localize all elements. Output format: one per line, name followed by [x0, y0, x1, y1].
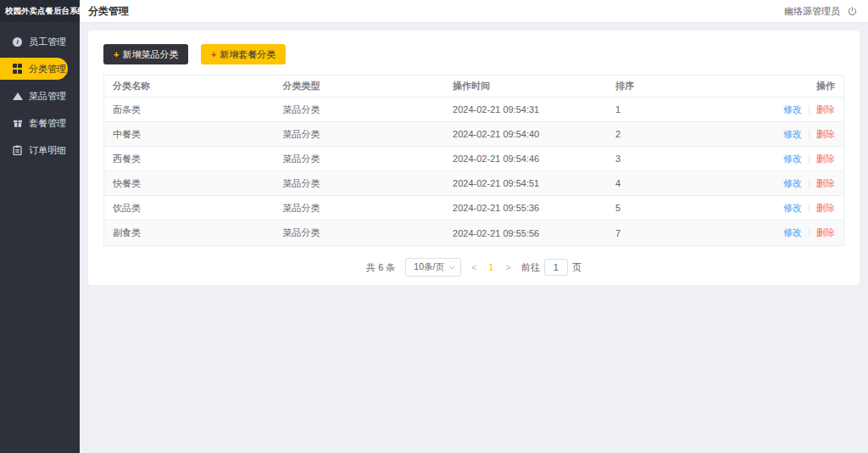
sidebar-item-employees[interactable]: i 员工管理: [0, 31, 80, 53]
sidebar-item-orders[interactable]: 订单明细: [0, 139, 80, 161]
cell-time: 2024-02-21 09:54:51: [444, 178, 607, 188]
app-title: 校园外卖点餐后台系统: [0, 0, 80, 22]
action-divider: [809, 105, 810, 114]
sidebar-item-categories[interactable]: 分类管理: [0, 58, 68, 80]
cell-sort: 4: [607, 178, 732, 188]
chevron-down-icon: [449, 263, 455, 269]
pagination: 共 6 条 10条/页 < 1 > 前往 页: [103, 258, 844, 277]
goto-page-input[interactable]: [544, 259, 568, 276]
edit-link[interactable]: 修改: [783, 128, 802, 141]
cell-time: 2024-02-21 09:54:46: [444, 154, 607, 164]
sidebar: 校园外卖点餐后台系统 i 员工管理 分类管理 菜品管理 套餐管理: [0, 0, 80, 453]
delete-link[interactable]: 删除: [816, 103, 835, 116]
category-card: + 新增菜品分类 + 新增套餐分类 分类名称 分类类型 操作时间 排序 操作: [88, 31, 860, 285]
cell-time: 2024-02-21 09:55:56: [444, 228, 607, 238]
cell-name: 快餐类: [104, 177, 275, 190]
edit-link[interactable]: 修改: [783, 226, 802, 239]
cell-sort: 2: [607, 129, 732, 139]
cell-sort: 3: [607, 154, 732, 164]
toolbar: + 新增菜品分类 + 新增套餐分类: [103, 44, 844, 64]
sidebar-item-combos[interactable]: 套餐管理: [0, 112, 80, 134]
cell-name: 面条类: [104, 103, 275, 116]
cell-type: 菜品分类: [275, 226, 445, 239]
category-grid-icon: [12, 64, 23, 74]
logout-power-icon[interactable]: [847, 6, 858, 17]
order-clipboard-icon: [12, 145, 23, 155]
delete-link[interactable]: 删除: [816, 128, 835, 141]
prev-page-button[interactable]: <: [471, 262, 476, 272]
content-area: + 新增菜品分类 + 新增套餐分类 分类名称 分类类型 操作时间 排序 操作: [80, 22, 868, 453]
pager: < 1 >: [471, 262, 511, 272]
cell-time: 2024-02-21 09:54:40: [444, 129, 607, 139]
edit-link[interactable]: 修改: [783, 103, 802, 116]
page-size-select[interactable]: 10条/页: [405, 258, 461, 277]
page-number-1[interactable]: 1: [488, 262, 493, 272]
table-row: 西餐类 菜品分类 2024-02-21 09:54:46 3 修改 删除: [104, 147, 843, 171]
edit-link[interactable]: 修改: [783, 177, 802, 190]
employee-info-icon: i: [12, 37, 23, 47]
total-count-text: 共 6 条: [366, 261, 395, 274]
delete-link[interactable]: 删除: [816, 226, 835, 239]
plus-icon: +: [114, 49, 119, 59]
delete-link[interactable]: 删除: [816, 202, 835, 215]
cell-sort: 7: [607, 228, 732, 238]
cell-sort: 5: [607, 203, 732, 213]
table-row: 面条类 菜品分类 2024-02-21 09:54:31 1 修改 删除: [104, 98, 843, 122]
main-area: 分类管理 幽络源管理员 + 新增菜品分类 + 新增套餐分类: [80, 0, 868, 453]
cell-type: 菜品分类: [275, 202, 445, 215]
sidebar-item-label: 员工管理: [29, 36, 66, 48]
add-dish-category-button[interactable]: + 新增菜品分类: [103, 44, 188, 64]
action-divider: [809, 229, 810, 238]
add-combo-category-button[interactable]: + 新增套餐分类: [201, 44, 286, 64]
delete-link[interactable]: 删除: [816, 153, 835, 165]
cell-time: 2024-02-21 09:55:36: [444, 203, 607, 213]
table-row: 饮品类 菜品分类 2024-02-21 09:55:36 5 修改 删除: [104, 196, 843, 221]
goto-label: 前往: [521, 261, 540, 274]
sidebar-menu: i 员工管理 分类管理 菜品管理 套餐管理: [0, 22, 80, 166]
combo-gift-icon: [12, 118, 23, 128]
category-table: 分类名称 分类类型 操作时间 排序 操作 面条类 菜品分类 2024-02-21…: [103, 75, 844, 246]
top-header: 分类管理 幽络源管理员: [80, 0, 868, 22]
delete-link[interactable]: 删除: [816, 177, 835, 190]
table-row: 中餐类 菜品分类 2024-02-21 09:54:40 2 修改 删除: [104, 122, 843, 147]
cell-name: 西餐类: [104, 153, 275, 165]
cell-name: 副食类: [104, 226, 275, 239]
sidebar-item-label: 分类管理: [29, 63, 66, 76]
edit-link[interactable]: 修改: [783, 202, 802, 215]
cell-name: 中餐类: [104, 128, 275, 141]
cell-type: 菜品分类: [275, 177, 445, 190]
cell-type: 菜品分类: [275, 128, 445, 141]
col-header-name: 分类名称: [104, 80, 275, 92]
cell-sort: 1: [607, 104, 732, 115]
cell-time: 2024-02-21 09:54:31: [444, 104, 607, 115]
table-header-row: 分类名称 分类类型 操作时间 排序 操作: [104, 76, 843, 98]
sidebar-item-label: 菜品管理: [29, 90, 66, 103]
action-divider: [809, 179, 810, 187]
table-row: 副食类 菜品分类 2024-02-21 09:55:56 7 修改 删除: [104, 221, 843, 245]
action-divider: [809, 130, 810, 138]
sidebar-item-label: 订单明细: [29, 144, 66, 157]
col-header-time: 操作时间: [444, 80, 607, 92]
edit-link[interactable]: 修改: [783, 153, 802, 165]
col-header-sort: 排序: [607, 80, 732, 92]
cell-type: 菜品分类: [275, 153, 445, 165]
sidebar-item-label: 套餐管理: [29, 117, 66, 130]
action-divider: [809, 154, 810, 163]
cell-name: 饮品类: [104, 202, 275, 215]
header-user-area: 幽络源管理员: [784, 5, 858, 18]
page-title: 分类管理: [88, 4, 129, 19]
page-unit-label: 页: [572, 261, 581, 274]
col-header-type: 分类类型: [275, 80, 445, 92]
username-text: 幽络源管理员: [784, 5, 840, 18]
cell-type: 菜品分类: [275, 103, 445, 116]
dish-icon: [12, 92, 23, 100]
action-divider: [809, 204, 810, 212]
col-header-actions: 操作: [732, 80, 843, 92]
next-page-button[interactable]: >: [505, 262, 510, 272]
table-row: 快餐类 菜品分类 2024-02-21 09:54:51 4 修改 删除: [104, 171, 843, 196]
sidebar-item-dishes[interactable]: 菜品管理: [0, 85, 80, 107]
plus-icon: +: [211, 49, 216, 59]
goto-page-group: 前往 页: [521, 259, 581, 276]
